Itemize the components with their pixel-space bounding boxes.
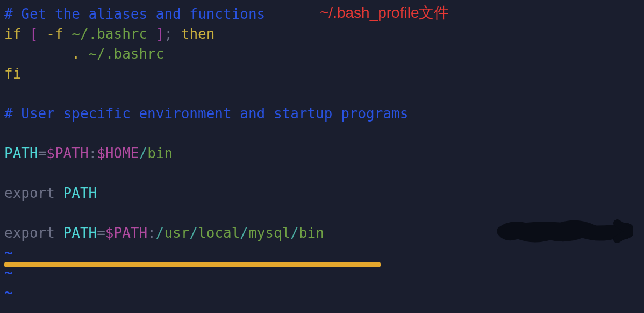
keyword-then: then <box>173 26 214 42</box>
var-path-3: PATH <box>63 225 97 241</box>
comment-text: # Get the aliases and functions <box>4 6 265 22</box>
keyword-fi: fi <box>4 66 21 82</box>
var-path-2: PATH <box>63 185 97 201</box>
var-dpath-2: $PATH <box>105 225 147 241</box>
slash-3: / <box>240 225 248 241</box>
code-line-if: if [ -f ~/.bashrc ]; then <box>4 24 644 44</box>
colon: : <box>89 145 97 161</box>
var-path: PATH <box>4 145 38 161</box>
code-line-blank <box>4 84 644 104</box>
slash-2: / <box>189 225 198 241</box>
var-dpath: $PATH <box>46 145 88 161</box>
bracket-open: [ <box>30 26 46 42</box>
keyword-export: export <box>4 185 63 201</box>
file-title-annotation: ~/.bash_profile文件 <box>320 2 449 23</box>
vim-tilde-icon: ~ <box>4 284 13 301</box>
code-line-source: . ~/.bashrc <box>4 44 644 64</box>
dot-source: . <box>71 46 88 62</box>
empty-line-tilde: ~ <box>4 283 644 303</box>
mysql-text: mysql <box>248 225 290 241</box>
code-editor[interactable]: # Get the aliases and functions if [ -f … <box>4 4 644 303</box>
indent <box>4 46 71 62</box>
keyword-if: if <box>4 26 30 42</box>
equals: = <box>38 145 47 161</box>
bin-text: bin <box>147 145 173 161</box>
colon-2: : <box>147 225 156 241</box>
usr-text: usr <box>164 225 189 241</box>
equals-2: = <box>97 225 105 241</box>
code-line-path-assign: PATH=$PATH:$HOME/bin <box>4 144 644 163</box>
code-line-blank-3 <box>4 163 644 183</box>
slash: / <box>139 145 148 161</box>
path-bashrc: ~/.bashrc <box>71 26 156 42</box>
vim-tilde-icon: ~ <box>4 265 13 281</box>
comment-text-2: # User specific environment and startup … <box>4 105 408 122</box>
highlight-underline-annotation <box>4 262 381 267</box>
bin-text-2: bin <box>299 225 324 241</box>
redaction-scribble <box>496 212 633 250</box>
path-bashrc-2: ~/.bashrc <box>89 46 164 62</box>
semicolon: ; <box>164 26 173 42</box>
local-text: local <box>198 225 240 241</box>
bracket-close: ] <box>156 26 164 42</box>
slash-1: / <box>156 225 164 241</box>
keyword-export-2: export <box>4 225 63 241</box>
code-line-blank-2 <box>4 124 644 144</box>
vim-tilde-icon: ~ <box>4 245 13 261</box>
code-line-fi: fi <box>4 64 644 84</box>
var-dhome: $HOME <box>97 145 139 161</box>
slash-4: / <box>290 225 299 241</box>
code-line-comment-2: # User specific environment and startup … <box>4 104 644 124</box>
flag-f: -f <box>46 26 71 42</box>
code-line-export-path: export PATH <box>4 183 644 203</box>
